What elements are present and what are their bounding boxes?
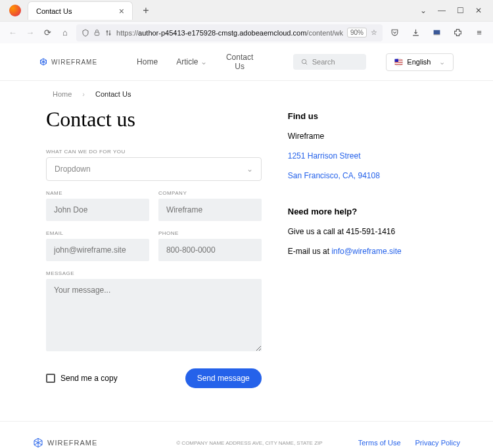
label-company: COMPANY	[158, 190, 262, 196]
svg-line-8	[306, 62, 307, 64]
svg-rect-5	[434, 30, 440, 35]
cube-icon	[39, 58, 47, 66]
chevron-down-icon[interactable]: ⌄	[418, 5, 429, 16]
nav-contact[interactable]: Contact Us	[225, 53, 253, 71]
svg-point-7	[302, 59, 306, 63]
app-icon[interactable]	[430, 26, 444, 40]
chevron-down-icon: ⌄	[200, 57, 207, 66]
zoom-badge[interactable]: 90%	[347, 28, 367, 37]
maximize-icon[interactable]: ☐	[455, 5, 465, 16]
language-selector[interactable]: English ⌄	[386, 53, 454, 71]
email-field[interactable]	[46, 239, 149, 261]
language-label: English	[407, 58, 431, 66]
search-input[interactable]: Search	[293, 54, 367, 70]
reload-icon[interactable]: ⟳	[41, 26, 54, 40]
send-button[interactable]: Send message	[185, 368, 262, 388]
privacy-link[interactable]: Privacy Policy	[415, 439, 460, 447]
chevron-down-icon: ⌄	[439, 58, 445, 66]
shield-icon[interactable]	[82, 29, 89, 37]
label-what: WHAT CAN WE DO FOR YOU	[46, 149, 262, 155]
extensions-icon[interactable]	[451, 26, 465, 40]
menu-icon[interactable]: ≡	[472, 26, 486, 40]
home-icon[interactable]: ⌂	[59, 26, 72, 40]
checkbox-icon	[46, 374, 55, 383]
footer-copyright: © COMPANY NAME ADDRESS AVE, CITY NAME, S…	[176, 440, 322, 446]
brand-text: WIREFRAME	[51, 59, 97, 66]
url-bar[interactable]: https://author-p45413-e175928-cmstg.adob…	[76, 24, 383, 41]
message-field[interactable]	[46, 279, 262, 351]
close-icon[interactable]: ×	[119, 6, 124, 16]
find-us-heading: Find us	[288, 111, 447, 121]
name-field[interactable]	[46, 199, 149, 221]
nav-home[interactable]: Home	[137, 53, 158, 71]
close-window-icon[interactable]: ✕	[473, 5, 484, 16]
firefox-logo-icon	[9, 5, 21, 16]
chevron-right-icon: ›	[82, 90, 85, 98]
cube-icon	[33, 437, 43, 448]
search-icon	[301, 59, 308, 66]
browser-toolbar: ← → ⟳ ⌂ https://author-p45413-e175928-cm…	[0, 21, 493, 43]
address-line2-link[interactable]: San Francisco, CA, 94108	[288, 171, 447, 180]
company-field[interactable]	[158, 199, 262, 221]
breadcrumb-current: Contact Us	[95, 90, 131, 98]
settings-icon[interactable]	[105, 29, 112, 37]
footer-brand[interactable]: WIREFRAME	[33, 437, 97, 448]
label-phone: PHONE	[158, 230, 262, 236]
back-icon[interactable]: ←	[7, 26, 19, 40]
checkbox-label: Send me a copy	[60, 374, 118, 383]
flag-icon	[394, 58, 403, 66]
brand-logo[interactable]: WIREFRAME	[39, 58, 97, 66]
breadcrumb-home[interactable]: Home	[53, 90, 72, 98]
url-text: https://author-p45413-e175928-cmstg.adob…	[116, 29, 343, 37]
svg-rect-13	[395, 59, 398, 61]
terms-link[interactable]: Terms of Use	[358, 439, 401, 447]
footer-brand-text: WIREFRAME	[47, 439, 97, 447]
main-nav: Home Article ⌄ Contact Us	[137, 53, 254, 71]
browser-tab[interactable]: Contact Us ×	[28, 1, 133, 20]
lock-icon[interactable]	[93, 29, 101, 36]
svg-rect-11	[395, 61, 403, 62]
email-text: E-mail us at info@wireframe.site	[288, 247, 447, 256]
call-text: Give us a call at 415-591-1416	[288, 227, 447, 236]
forward-icon[interactable]: →	[24, 26, 37, 40]
label-name: NAME	[46, 190, 149, 196]
svg-rect-12	[395, 64, 403, 64]
svg-rect-6	[434, 34, 440, 35]
nav-article[interactable]: Article ⌄	[176, 53, 207, 71]
download-icon[interactable]	[409, 26, 423, 40]
page-title: Contact us	[46, 107, 262, 132]
site-header: WIREFRAME Home Article ⌄ Contact Us Sear…	[0, 43, 493, 81]
label-message: MESSAGE	[46, 270, 262, 276]
site-footer: WIREFRAME © COMPANY NAME ADDRESS AVE, CI…	[0, 421, 493, 448]
breadcrumb: Home › Contact Us	[0, 81, 493, 107]
dropdown-what[interactable]: Dropdown ⌄	[46, 157, 262, 181]
pocket-icon[interactable]	[388, 26, 402, 40]
search-placeholder: Search	[312, 58, 335, 66]
dropdown-value: Dropdown	[55, 164, 91, 174]
minimize-icon[interactable]: —	[436, 5, 447, 16]
phone-field[interactable]	[158, 239, 262, 261]
tab-title: Contact Us	[36, 7, 72, 15]
send-copy-checkbox[interactable]: Send me a copy	[46, 374, 118, 383]
company-name: Wireframe	[288, 132, 447, 141]
svg-rect-0	[95, 32, 99, 36]
tab-bar: Contact Us × + ⌄ — ☐ ✕	[0, 0, 493, 21]
email-link[interactable]: info@wireframe.site	[331, 247, 401, 256]
label-email: EMAIL	[46, 230, 149, 236]
help-heading: Need more help?	[288, 207, 447, 216]
new-tab-button[interactable]: +	[138, 3, 154, 18]
star-icon[interactable]: ☆	[371, 28, 377, 37]
address-line1-link[interactable]: 1251 Harrison Street	[288, 151, 447, 161]
chevron-down-icon: ⌄	[246, 164, 253, 174]
